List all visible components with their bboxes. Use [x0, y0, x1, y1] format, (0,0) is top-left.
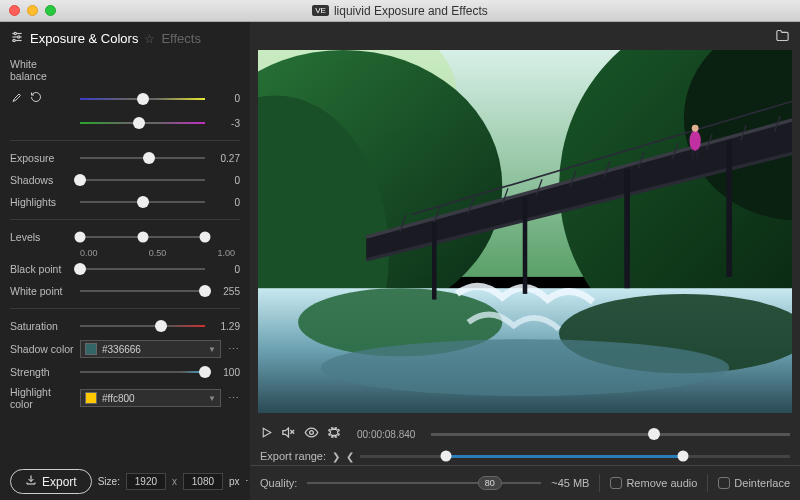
checkbox-icon [718, 477, 730, 489]
svg-rect-38 [692, 150, 694, 159]
range-start-button[interactable]: ❯ [332, 451, 340, 462]
chevron-down-icon: ▼ [208, 394, 216, 403]
svg-point-37 [692, 125, 699, 132]
strength-label: Strength [10, 366, 75, 378]
svg-point-5 [13, 39, 15, 41]
shadows-slider[interactable] [80, 173, 205, 187]
reset-icon[interactable] [30, 91, 42, 106]
blackpoint-label: Black point [10, 263, 75, 275]
checkbox-icon [610, 477, 622, 489]
quality-size-estimate: ~45 MB [551, 477, 589, 489]
export-range-label: Export range: [260, 450, 326, 462]
shadow-color-swatch [85, 343, 97, 355]
highlight-color-picker[interactable]: #ffc800 ▼ [80, 389, 221, 407]
shadow-color-label: Shadow color [10, 343, 75, 355]
video-preview[interactable] [258, 50, 792, 413]
strength-value: 100 [210, 367, 240, 378]
export-icon [25, 474, 37, 489]
view-button[interactable] [304, 425, 319, 443]
white-balance-label: White balance [10, 58, 75, 82]
maximize-window-button[interactable] [45, 5, 56, 16]
quality-slider[interactable]: 80 [307, 477, 541, 489]
levels-tick-1: 0.50 [149, 248, 167, 258]
saturation-label: Saturation [10, 320, 75, 332]
app-badge: VE [312, 5, 329, 16]
svg-point-15 [321, 339, 729, 396]
remove-audio-label: Remove audio [626, 477, 697, 489]
export-row: Export Size: x px ⋯ [10, 465, 240, 494]
highlights-slider[interactable] [80, 195, 205, 209]
divider [10, 140, 240, 141]
panel-tabs: Exposure & Colors ☆ Effects [10, 30, 240, 47]
divider [10, 308, 240, 309]
size-x: x [172, 476, 177, 487]
titlebar: VE liquivid Exposure and Effects [0, 0, 800, 22]
blackpoint-value: 0 [210, 264, 240, 275]
deinterlace-label: Deinterlace [734, 477, 790, 489]
divider [707, 474, 708, 492]
export-range-slider[interactable] [360, 449, 790, 463]
levels-label: Levels [10, 231, 75, 243]
deinterlace-checkbox[interactable]: Deinterlace [718, 477, 790, 489]
quality-label: Quality: [260, 477, 297, 489]
wb-tint-slider[interactable] [80, 116, 205, 130]
blackpoint-slider[interactable] [80, 262, 205, 276]
minimize-window-button[interactable] [27, 5, 38, 16]
tab-exposure-colors[interactable]: Exposure & Colors [30, 31, 138, 46]
window-title-text: liquivid Exposure and Effects [334, 4, 488, 18]
svg-marker-40 [263, 428, 271, 437]
star-icon: ☆ [144, 32, 155, 46]
levels-slider[interactable] [80, 230, 205, 244]
timeline-slider[interactable] [431, 427, 790, 441]
more-button[interactable]: ⋯ [226, 343, 240, 356]
wb-temp-slider[interactable] [80, 92, 205, 106]
settings-button[interactable] [327, 426, 341, 443]
shadow-color-picker[interactable]: #336666 ▼ [80, 340, 221, 358]
app-window: VE liquivid Exposure and Effects Exposur… [0, 0, 800, 500]
strength-slider[interactable] [80, 365, 205, 379]
timecode: 00:00:08.840 [357, 429, 415, 440]
eyedropper-icon[interactable] [10, 91, 22, 106]
export-label: Export [42, 475, 77, 489]
mute-button[interactable] [281, 425, 296, 443]
playback-controls: 00:00:08.840 Export range: ❯ ❮ [250, 421, 800, 465]
whitepoint-label: White point [10, 285, 75, 297]
content-area: Exposure & Colors ☆ Effects White balanc… [0, 22, 800, 500]
window-controls [9, 5, 56, 16]
whitepoint-value: 255 [210, 286, 240, 297]
export-button[interactable]: Export [10, 469, 92, 494]
window-title: VE liquivid Exposure and Effects [0, 4, 800, 18]
divider [599, 474, 600, 492]
divider [10, 219, 240, 220]
svg-point-3 [14, 32, 16, 34]
open-folder-button[interactable] [775, 28, 790, 46]
wb-tint-value: -3 [210, 118, 240, 129]
svg-point-44 [310, 431, 314, 435]
size-label: Size: [98, 476, 120, 487]
svg-point-4 [18, 36, 20, 38]
exposure-label: Exposure [10, 152, 75, 164]
saturation-value: 1.29 [210, 321, 240, 332]
height-input[interactable] [183, 473, 223, 490]
highlights-value: 0 [210, 197, 240, 208]
more-button[interactable]: ⋯ [226, 392, 240, 405]
range-end-button[interactable]: ❮ [346, 451, 354, 462]
exposure-slider[interactable] [80, 151, 205, 165]
remove-audio-checkbox[interactable]: Remove audio [610, 477, 697, 489]
wb-temp-value: 0 [210, 93, 240, 104]
highlight-color-swatch [85, 392, 97, 404]
highlight-color-label: Highlight color [10, 386, 75, 410]
quality-value: 80 [478, 476, 502, 490]
close-window-button[interactable] [9, 5, 20, 16]
saturation-slider[interactable] [80, 319, 205, 333]
tab-effects[interactable]: Effects [161, 31, 201, 46]
whitepoint-slider[interactable] [80, 284, 205, 298]
width-input[interactable] [126, 473, 166, 490]
shadows-label: Shadows [10, 174, 75, 186]
play-button[interactable] [260, 426, 273, 442]
shadows-value: 0 [210, 175, 240, 186]
sidebar: Exposure & Colors ☆ Effects White balanc… [0, 22, 250, 500]
svg-marker-41 [283, 428, 289, 437]
main-area: 00:00:08.840 Export range: ❯ ❮ [250, 22, 800, 500]
svg-point-36 [689, 131, 700, 151]
